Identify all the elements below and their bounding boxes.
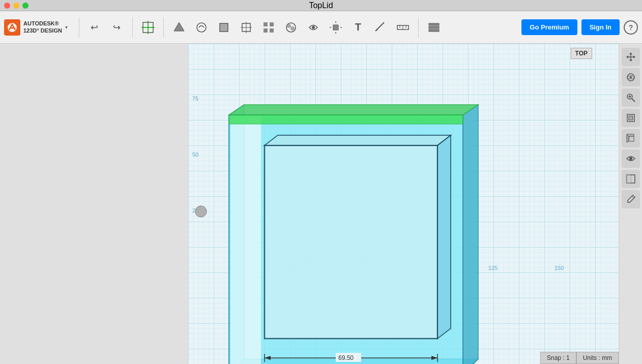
svg-point-65 <box>630 76 632 78</box>
left-sidebar <box>0 44 188 364</box>
sep2 <box>132 17 133 38</box>
autodesk-logo <box>4 19 20 36</box>
svg-marker-45 <box>437 135 451 339</box>
svg-rect-78 <box>627 175 631 183</box>
layers-icon <box>427 21 441 34</box>
measure-icon <box>374 21 387 34</box>
titlebar: TopLid <box>0 0 642 11</box>
svg-line-67 <box>632 99 635 102</box>
sketch-mode-button[interactable] <box>622 190 640 208</box>
svg-point-16 <box>312 26 315 29</box>
svg-text:125: 125 <box>488 265 498 271</box>
svg-rect-12 <box>270 28 274 33</box>
logo-area: AUTODESK® 123D° DESIGN ▾ <box>4 19 68 36</box>
signin-button[interactable]: Sign In <box>581 19 620 35</box>
svg-marker-59 <box>629 52 632 54</box>
svg-rect-43 <box>265 145 437 339</box>
svg-line-79 <box>632 196 634 198</box>
minimize-button[interactable] <box>13 3 19 9</box>
svg-point-14 <box>287 24 291 28</box>
maximize-button[interactable] <box>22 3 28 9</box>
svg-rect-22 <box>429 23 439 25</box>
perspective-icon <box>626 133 636 143</box>
fit-icon <box>626 113 636 123</box>
primitives-icon <box>172 21 186 34</box>
sep3 <box>163 17 164 38</box>
canvas-area[interactable]: 75 50 25 50 75 1 125 150 175 <box>188 44 619 364</box>
toolbar-right: Go Premium Sign In ? <box>519 19 638 35</box>
ruler-icon <box>396 21 410 34</box>
svg-marker-60 <box>629 59 632 62</box>
logo-text: AUTODESK® 123D° DESIGN <box>23 20 62 34</box>
new-sketch-button[interactable] <box>138 16 158 39</box>
svg-marker-62 <box>633 55 635 58</box>
visibility-button[interactable] <box>622 149 640 168</box>
svg-rect-72 <box>629 136 634 141</box>
svg-rect-23 <box>429 26 439 28</box>
svg-point-56 <box>195 206 207 217</box>
svg-marker-44 <box>265 135 451 145</box>
units-status[interactable]: Units : mm <box>576 352 619 364</box>
right-panel <box>619 44 642 364</box>
svg-point-15 <box>290 26 295 31</box>
premium-button[interactable]: Go Premium <box>521 19 577 35</box>
zoom-icon <box>626 93 636 103</box>
svg-text:50: 50 <box>192 151 198 158</box>
snap-icon <box>307 21 320 34</box>
text-button[interactable]: T <box>348 16 368 39</box>
svg-marker-61 <box>626 55 628 58</box>
grid: 75 50 25 50 75 1 125 150 175 <box>188 44 619 364</box>
pattern-button[interactable] <box>258 16 279 39</box>
group-button[interactable] <box>281 16 301 39</box>
primitives-button[interactable] <box>169 16 189 39</box>
svg-rect-71 <box>629 116 633 120</box>
measure-button[interactable] <box>370 16 391 39</box>
construct-icon <box>217 21 230 34</box>
perspective-button[interactable] <box>622 129 640 147</box>
new-sketch-icon <box>141 20 155 35</box>
pan-button[interactable] <box>622 48 640 66</box>
svg-rect-40 <box>230 116 261 364</box>
transform-button[interactable] <box>326 16 346 39</box>
section-icon <box>626 174 636 184</box>
svg-rect-24 <box>429 29 439 32</box>
fit-view-button[interactable] <box>622 109 640 127</box>
help-button[interactable]: ? <box>624 20 638 35</box>
pattern-icon <box>262 21 275 34</box>
svg-rect-10 <box>270 22 274 26</box>
redo-button[interactable]: ↪ <box>107 16 127 39</box>
logo-dropdown[interactable]: ▾ <box>65 24 68 30</box>
sketch-tools-button[interactable] <box>191 16 212 39</box>
undo-button[interactable]: ↩ <box>84 16 105 39</box>
construct-button[interactable] <box>214 16 234 39</box>
svg-point-4 <box>197 23 206 32</box>
modify-icon <box>240 21 253 34</box>
ruler-button[interactable] <box>393 16 413 39</box>
svg-text:69.50: 69.50 <box>338 354 354 361</box>
svg-rect-11 <box>264 28 268 33</box>
edit-icon <box>626 194 636 204</box>
svg-rect-41 <box>229 115 463 124</box>
sep4 <box>418 17 419 38</box>
eye-icon <box>626 154 636 164</box>
zoom-button[interactable] <box>622 88 640 107</box>
view-label: TOP <box>571 48 592 59</box>
close-button[interactable] <box>4 3 10 9</box>
statusbar: Snap : 1 Units : mm <box>540 352 619 364</box>
svg-text:150: 150 <box>555 265 564 271</box>
svg-rect-9 <box>264 22 268 26</box>
section-button[interactable] <box>622 170 640 188</box>
text-icon: T <box>355 21 361 33</box>
snap-button[interactable] <box>303 16 324 39</box>
orbit-button[interactable] <box>622 68 640 86</box>
layers-button[interactable] <box>424 16 444 39</box>
snap-status: Snap : 1 <box>540 352 576 364</box>
traffic-lights <box>4 3 28 9</box>
svg-rect-17 <box>333 25 338 30</box>
modify-button[interactable] <box>236 16 256 39</box>
toolbar: AUTODESK® 123D° DESIGN ▾ ↩ ↪ <box>0 11 642 44</box>
sep1 <box>79 17 79 38</box>
sketch-icon <box>195 21 208 34</box>
group-icon <box>284 21 298 34</box>
orbit-icon <box>626 72 636 82</box>
